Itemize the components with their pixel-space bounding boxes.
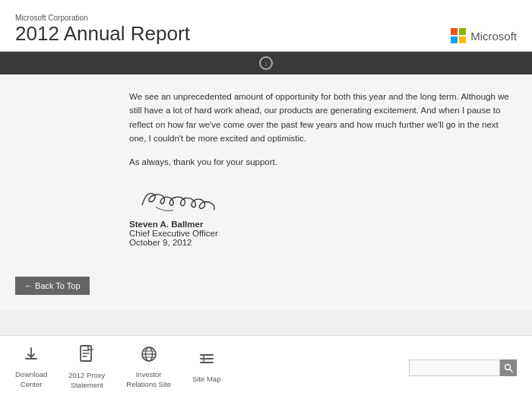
footer: DownloadCenter 2012 ProxyStatement Inves… [0, 335, 532, 399]
signer-date: October 9, 2012 [129, 238, 509, 247]
microsoft-logo: Microsoft [451, 28, 517, 43]
search-button[interactable] [500, 359, 517, 376]
search-icon [504, 363, 513, 372]
company-name: Microsoft Corporation [15, 14, 190, 22]
proxy-statement-label: 2012 ProxyStatement [68, 371, 105, 390]
body-paragraph1: We see an unprecedented amount of opport… [129, 90, 509, 146]
svg-line-11 [510, 369, 512, 372]
download-circle-icon[interactable]: ↓ [259, 56, 273, 70]
download-center-label: DownloadCenter [15, 370, 47, 389]
signer-name: Steven A. Ballmer [129, 220, 509, 229]
main-content: ← Back To Top We see an unprecedented am… [0, 74, 532, 310]
signature-area: Steven A. Ballmer Chief Executive Office… [129, 181, 509, 247]
ms-logo-text: Microsoft [470, 30, 517, 43]
signer-title: Chief Executive Officer [129, 229, 509, 238]
left-sidebar: ← Back To Top [15, 90, 122, 295]
ms-square-blue [451, 36, 458, 43]
ms-square-green [459, 28, 466, 35]
sitemap-icon [198, 350, 215, 372]
site-map-label: Site Map [192, 375, 221, 384]
document-icon [79, 345, 94, 368]
report-title: 2012 Annual Report [15, 24, 190, 43]
svg-point-10 [505, 364, 511, 369]
header-left: Microsoft Corporation 2012 Annual Report [15, 14, 190, 43]
footer-investor-relations[interactable]: InvestorRelations Site [126, 346, 171, 389]
download-icon [23, 346, 40, 367]
investor-relations-label: InvestorRelations Site [126, 370, 171, 389]
signature-image [129, 181, 251, 215]
header: Microsoft Corporation 2012 Annual Report… [0, 0, 532, 52]
footer-download-center[interactable]: DownloadCenter [15, 346, 47, 389]
search-input[interactable] [409, 359, 500, 376]
footer-proxy-statement[interactable]: 2012 ProxyStatement [68, 345, 105, 390]
footer-site-map[interactable]: Site Map [192, 350, 221, 384]
back-to-top-button[interactable]: ← Back To Top [15, 277, 90, 295]
globe-icon [141, 346, 157, 367]
ms-logo-squares [451, 28, 466, 43]
dark-bar: ↓ [0, 52, 532, 74]
footer-search [409, 359, 517, 376]
ms-square-red [451, 28, 458, 35]
body-paragraph2: As always, thank you for your support. [129, 155, 509, 169]
content-area: We see an unprecedented amount of opport… [122, 90, 517, 295]
ms-square-yellow [459, 36, 466, 43]
